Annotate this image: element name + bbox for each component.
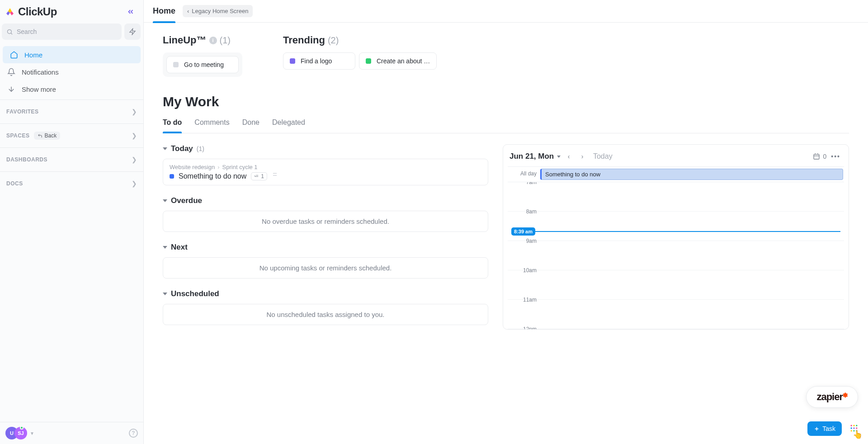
lineup-title: LineUp™ [163, 34, 207, 46]
new-task-button[interactable]: Task [807, 421, 842, 436]
quick-action-button[interactable] [124, 24, 141, 40]
calendar-date[interactable]: Jun 21, Mon [509, 152, 561, 161]
group-today-title: Today [171, 144, 193, 153]
help-button[interactable]: ? [129, 429, 138, 438]
tab-comments[interactable]: Comments [194, 118, 229, 133]
hour-label: 9am [508, 238, 540, 267]
calendar-prev[interactable]: ‹ [563, 151, 574, 162]
caret-down-icon [163, 147, 167, 150]
status-icon [290, 58, 295, 64]
svg-point-17 [856, 427, 857, 429]
tab-done[interactable]: Done [242, 118, 259, 133]
calendar-icon [813, 153, 820, 160]
chevron-left-icon: ‹ [187, 8, 189, 14]
chevron-double-left-icon [127, 8, 135, 16]
unscheduled-empty: No unscheduled tasks assigned to you. [163, 304, 488, 325]
section-spaces[interactable]: SPACES Back ❯ [0, 124, 143, 147]
plus-icon [814, 426, 820, 432]
trending-task-1-label: Find a logo [301, 57, 332, 65]
section-dashboards[interactable]: DASHBOARDS ❯ [0, 148, 143, 171]
calendar-today-link[interactable]: Today [593, 152, 613, 161]
lineup-task-chip[interactable]: Go to meeting [166, 56, 239, 73]
search-input[interactable]: Search [2, 24, 122, 40]
group-overdue-header[interactable]: Overdue [163, 196, 488, 205]
calendar-timegrid[interactable]: 7am 8am 9am 10am 11am 12pm 8:39 am [508, 182, 844, 329]
brand-logo[interactable]: ClickUp [5, 5, 57, 18]
chevron-right-icon: ❯ [132, 108, 137, 115]
main-content: Home ‹ Legacy Home Screen LineUp™ i (1) [144, 0, 868, 444]
task-breadcrumb: Website redesign › Sprint cycle 1 [170, 164, 481, 170]
group-next-title: Next [171, 243, 188, 252]
clickup-logo-icon [5, 6, 15, 17]
nav-notifications[interactable]: Notifications [0, 63, 143, 80]
page-title: Home [153, 0, 175, 23]
chevron-right-icon: ❯ [132, 156, 137, 163]
chevron-right-icon: ❯ [132, 132, 137, 139]
section-favorites[interactable]: FAVORITES ❯ [0, 100, 143, 123]
zapier-badge[interactable]: zapier✽ [806, 386, 858, 408]
hour-label: 7am [508, 182, 540, 208]
task-status-icon [170, 174, 174, 179]
search-icon [6, 28, 13, 35]
breadcrumb-project: Website redesign [170, 164, 215, 170]
search-placeholder: Search [17, 28, 37, 35]
hour-label: 11am [508, 297, 540, 326]
group-next-header[interactable]: Next [163, 243, 488, 252]
group-today-header[interactable]: Today (1) [163, 144, 488, 153]
bell-icon [7, 68, 15, 76]
grid-icon [849, 424, 859, 433]
task-card[interactable]: Website redesign › Sprint cycle 1 Someth… [163, 159, 488, 185]
collapse-sidebar-button[interactable] [124, 5, 137, 18]
svg-marker-2 [130, 28, 135, 34]
online-status-icon [20, 426, 24, 430]
task-name: Something to do now [179, 172, 246, 180]
topbar: Home ‹ Legacy Home Screen [144, 0, 868, 23]
sidebar: ClickUp Search Home Notifications [0, 0, 144, 444]
svg-point-0 [8, 29, 12, 33]
section-docs[interactable]: DOCS ❯ [0, 172, 143, 195]
lightning-icon [129, 28, 136, 35]
priority-icon[interactable] [272, 172, 278, 180]
nav-show-more[interactable]: Show more [0, 80, 143, 98]
user-avatars[interactable]: U SJ [5, 427, 27, 439]
chevron-right-icon: ❯ [132, 180, 137, 187]
group-unscheduled-title: Unscheduled [171, 289, 219, 298]
asterisk-icon: ✽ [843, 392, 848, 399]
chevron-down-icon [557, 156, 561, 158]
trending-task-2[interactable]: Create an about … [359, 52, 437, 70]
caret-down-icon [163, 199, 167, 202]
calendar-unscheduled-count[interactable]: 0 [813, 153, 826, 160]
calendar-next[interactable]: › [577, 151, 588, 162]
info-icon[interactable]: i [209, 37, 217, 44]
nav-home-label: Home [24, 51, 42, 59]
caret-down-icon [163, 246, 167, 249]
spaces-back-pill[interactable]: Back [34, 132, 60, 140]
trending-task-1[interactable]: Find a logo [283, 52, 355, 70]
subtask-number: 1 [261, 173, 264, 179]
dashboards-label: DASHBOARDS [6, 156, 47, 163]
apps-grid-button[interactable] [846, 420, 862, 436]
avatar-dropdown-icon[interactable]: ▼ [30, 431, 34, 436]
calendar-more-button[interactable]: ••• [829, 153, 842, 160]
caret-down-icon [163, 293, 167, 295]
status-icon [173, 62, 179, 67]
trending-count: (2) [328, 35, 339, 46]
subtask-count[interactable]: 1 [251, 172, 267, 180]
spaces-label: SPACES [6, 132, 29, 139]
svg-point-13 [853, 425, 854, 426]
brand-name: ClickUp [18, 5, 57, 18]
hour-label: 12pm [508, 326, 540, 329]
legacy-home-button[interactable]: ‹ Legacy Home Screen [183, 5, 253, 17]
lineup-task-label: Go to meeting [184, 61, 224, 68]
allday-event[interactable]: Something to do now [540, 169, 843, 180]
hour-label: 10am [508, 267, 540, 296]
tab-delegated[interactable]: Delegated [272, 118, 305, 133]
trending-title: Trending [283, 34, 325, 46]
nav-home[interactable]: Home [3, 46, 141, 63]
group-unscheduled-header[interactable]: Unscheduled [163, 289, 488, 298]
current-time-indicator: 8:39 am [508, 227, 840, 236]
breadcrumb-sprint: Sprint cycle 1 [222, 164, 258, 170]
undo-icon [38, 133, 42, 138]
next-empty: No upcoming tasks or reminders scheduled… [163, 257, 488, 279]
tab-todo[interactable]: To do [163, 118, 182, 133]
